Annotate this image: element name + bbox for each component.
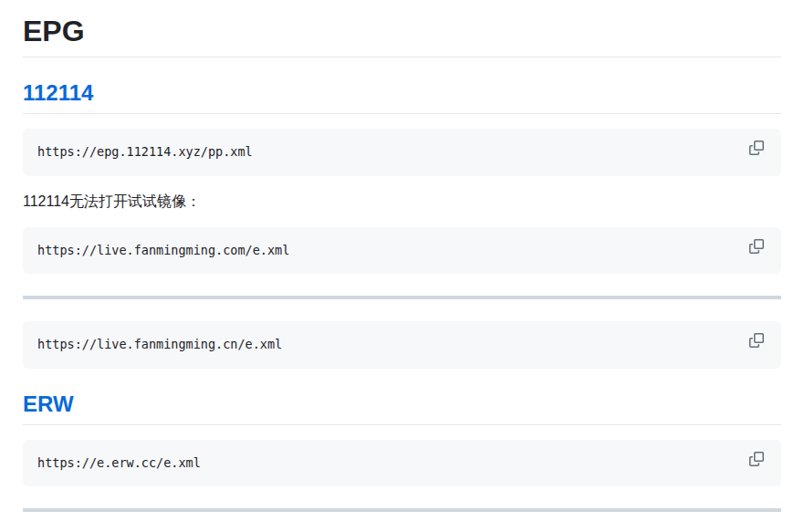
divider (23, 508, 781, 512)
divider (23, 296, 781, 299)
copy-button[interactable] (748, 332, 765, 349)
section-heading-erw[interactable]: ERW (23, 391, 781, 425)
mirror-note-paragraph: 112114无法打开试试镜像： (23, 191, 781, 213)
code-text: https://epg.112114.xyz/pp.xml (37, 144, 253, 159)
code-block: https://epg.112114.xyz/pp.xml (23, 129, 781, 176)
section-heading-112114[interactable]: 112114 (23, 79, 781, 114)
page-title: EPG (23, 13, 781, 57)
code-block: https://e.erw.cc/e.xml (23, 440, 781, 487)
code-text: https://live.fanmingming.com/e.xml (37, 243, 289, 257)
document-page: EPG 112114 https://epg.112114.xyz/pp.xml… (0, 0, 794, 532)
code-text: https://e.erw.cc/e.xml (37, 455, 201, 470)
code-block: https://live.fanmingming.com/e.xml (23, 227, 781, 275)
code-text: https://live.fanmingming.cn/e.xml (37, 337, 282, 351)
copy-icon (749, 333, 764, 348)
copy-icon (749, 141, 764, 155)
copy-button[interactable] (748, 238, 765, 255)
copy-button[interactable] (748, 140, 765, 156)
code-block: https://live.fanmingming.cn/e.xml (23, 321, 781, 369)
copy-icon (749, 239, 764, 254)
copy-icon (749, 452, 764, 466)
copy-button[interactable] (748, 451, 765, 467)
